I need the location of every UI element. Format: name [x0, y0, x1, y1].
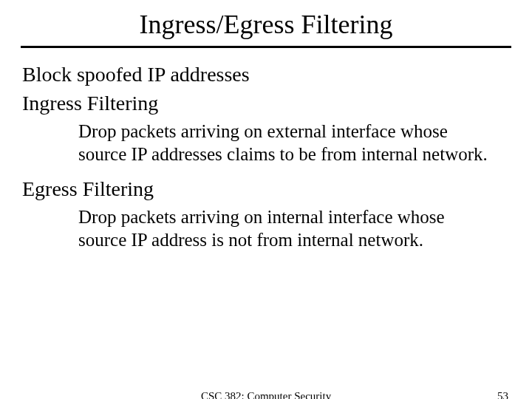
- slide-body: Block spoofed IP addresses Ingress Filte…: [0, 61, 532, 251]
- section-body-egress: Drop packets arriving on internal interf…: [78, 206, 492, 251]
- footer-course: CSC 382: Computer Security: [201, 390, 331, 399]
- section-heading-egress: Egress Filtering: [22, 176, 510, 202]
- footer-page-number: 53: [497, 390, 508, 399]
- intro-line: Block spoofed IP addresses: [22, 61, 510, 87]
- slide: Ingress/Egress Filtering Block spoofed I…: [0, 9, 532, 399]
- title-rule: [21, 46, 511, 48]
- slide-title: Ingress/Egress Filtering: [0, 9, 532, 40]
- section-body-ingress: Drop packets arriving on external interf…: [78, 120, 492, 166]
- section-heading-ingress: Ingress Filtering: [22, 90, 510, 116]
